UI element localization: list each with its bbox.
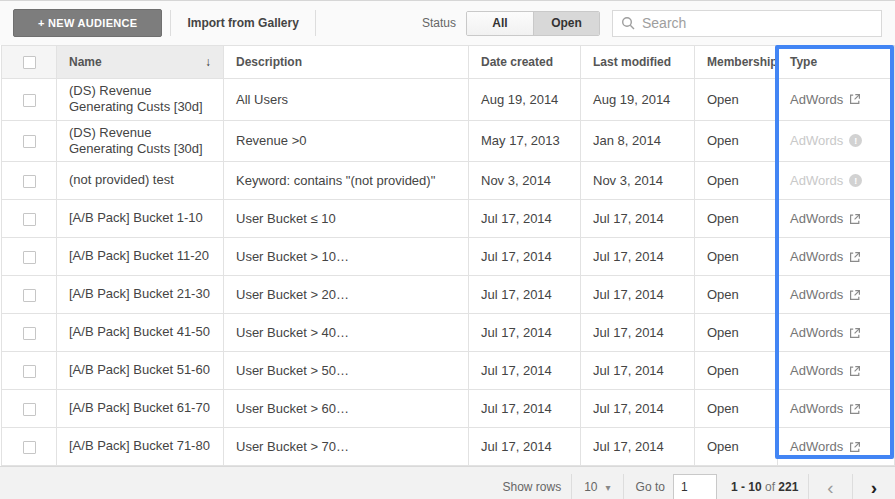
- row-checkbox[interactable]: [23, 251, 36, 264]
- select-all-checkbox[interactable]: [23, 56, 36, 69]
- row-checkbox[interactable]: [23, 289, 36, 302]
- membership-status: Open: [707, 249, 739, 264]
- adwords-type-link[interactable]: AdWords !: [790, 325, 861, 340]
- date-created: Jul 17, 2014: [481, 287, 552, 302]
- audience-description: Revenue >0: [236, 133, 306, 148]
- last-modified: Jul 17, 2014: [593, 325, 664, 340]
- audience-name: (DS) Revenue Generating Custs [30d]: [69, 125, 211, 158]
- adwords-type-link[interactable]: AdWords !: [790, 92, 861, 107]
- adwords-type-link[interactable]: AdWords !: [790, 287, 861, 302]
- row-checkbox-cell: [2, 352, 57, 390]
- import-from-gallery-button[interactable]: Import from Gallery: [187, 16, 298, 30]
- adwords-type-link[interactable]: AdWords !: [790, 211, 861, 226]
- membership-cell: Open: [695, 314, 778, 352]
- external-link-icon: [849, 93, 861, 105]
- info-icon[interactable]: !: [849, 134, 862, 147]
- row-checkbox[interactable]: [23, 441, 36, 454]
- row-checkbox[interactable]: [23, 327, 36, 340]
- audience-type-cell: AdWords !: [778, 120, 895, 162]
- audience-name: [A/B Pack] Bucket 71-80: [69, 438, 211, 454]
- last-modified-cell: Jul 17, 2014: [581, 428, 695, 466]
- pagination-footer: Show rows 10 ▾ Go to 1 - 10 of 221 ‹ ›: [0, 466, 895, 499]
- next-page-button[interactable]: ›: [863, 478, 885, 497]
- row-checkbox-cell: [2, 314, 57, 352]
- column-header-membership[interactable]: Membership: [695, 46, 778, 79]
- column-header-name[interactable]: Name ↓: [57, 46, 224, 79]
- audience-name-cell: [A/B Pack] Bucket 11-20: [57, 238, 224, 276]
- audience-description: User Bucket > 10…: [236, 249, 349, 264]
- status-label: Status: [422, 16, 456, 30]
- table-row: [A/B Pack] Bucket 21-30 User Bucket > 20…: [2, 276, 895, 314]
- audience-name: (not provided) test: [69, 172, 211, 188]
- column-header-description[interactable]: Description: [224, 46, 469, 79]
- row-checkbox[interactable]: [23, 175, 36, 188]
- adwords-type-link[interactable]: AdWords !: [790, 401, 861, 416]
- audience-name-cell: (DS) Revenue Generating Custs [30d]: [57, 79, 224, 121]
- last-modified-cell: Jul 17, 2014: [581, 352, 695, 390]
- column-header-date-created[interactable]: Date created: [469, 46, 581, 79]
- row-checkbox[interactable]: [23, 213, 36, 226]
- audience-table-wrap: Name ↓ Description Date created Last mod…: [0, 45, 895, 466]
- column-header-type[interactable]: Type: [778, 46, 895, 79]
- audience-name-cell: [A/B Pack] Bucket 21-30: [57, 276, 224, 314]
- audience-description: User Bucket > 70…: [236, 439, 349, 454]
- audience-description-cell: User Bucket > 60…: [224, 390, 469, 428]
- status-open-button[interactable]: Open: [533, 12, 599, 35]
- search-box: [612, 10, 882, 37]
- audience-type-cell: AdWords !: [778, 200, 895, 238]
- column-header-last-modified[interactable]: Last modified: [581, 46, 695, 79]
- external-link-icon: [849, 251, 861, 263]
- audience-description-cell: User Bucket > 40…: [224, 314, 469, 352]
- previous-page-button[interactable]: ‹: [819, 478, 841, 497]
- rows-per-page-select[interactable]: 10 ▾: [582, 476, 612, 498]
- row-checkbox[interactable]: [23, 365, 36, 378]
- goto-page-input[interactable]: [673, 474, 717, 499]
- table-row: (DS) Revenue Generating Custs [30d] All …: [2, 79, 895, 121]
- date-created-cell: Jul 17, 2014: [469, 276, 581, 314]
- table-row: [A/B Pack] Bucket 1-10 User Bucket ≤ 10 …: [2, 200, 895, 238]
- row-checkbox[interactable]: [23, 94, 36, 107]
- new-audience-button[interactable]: + NEW AUDIENCE: [13, 9, 162, 37]
- audience-description-cell: All Users: [224, 79, 469, 121]
- audience-description-cell: User Bucket > 70…: [224, 428, 469, 466]
- table-row: [A/B Pack] Bucket 71-80 User Bucket > 70…: [2, 428, 895, 466]
- status-all-button[interactable]: All: [467, 12, 533, 35]
- info-icon[interactable]: !: [849, 174, 862, 187]
- row-checkbox[interactable]: [23, 403, 36, 416]
- adwords-type-link[interactable]: AdWords !: [790, 363, 861, 378]
- table-row: [A/B Pack] Bucket 51-60 User Bucket > 50…: [2, 352, 895, 390]
- date-created: Jul 17, 2014: [481, 211, 552, 226]
- audience-name: [A/B Pack] Bucket 41-50: [69, 324, 211, 340]
- table-header-row: Name ↓ Description Date created Last mod…: [2, 46, 895, 79]
- row-checkbox-cell: [2, 79, 57, 121]
- membership-cell: Open: [695, 162, 778, 200]
- last-modified-cell: Jul 17, 2014: [581, 238, 695, 276]
- rows-per-page-value: 10: [584, 480, 597, 494]
- external-link-icon: [849, 327, 861, 339]
- row-checkbox-cell: [2, 276, 57, 314]
- membership-status: Open: [707, 287, 739, 302]
- footer-divider: [623, 474, 624, 499]
- date-created-cell: Nov 3, 2014: [469, 162, 581, 200]
- status-toggle: All Open: [466, 11, 600, 36]
- row-checkbox-cell: [2, 390, 57, 428]
- audience-type-cell: AdWords !: [778, 390, 895, 428]
- membership-status: Open: [707, 133, 739, 148]
- date-created: Jul 17, 2014: [481, 401, 552, 416]
- page-range-text: 1 - 10: [731, 480, 762, 494]
- membership-cell: Open: [695, 238, 778, 276]
- membership-cell: Open: [695, 79, 778, 121]
- search-input[interactable]: [642, 15, 873, 31]
- row-checkbox-cell: [2, 200, 57, 238]
- sort-descending-icon: ↓: [205, 55, 211, 69]
- audience-description: User Bucket > 60…: [236, 401, 349, 416]
- table-body: (DS) Revenue Generating Custs [30d] All …: [2, 79, 895, 466]
- membership-cell: Open: [695, 276, 778, 314]
- last-modified-cell: Jul 17, 2014: [581, 314, 695, 352]
- date-created-cell: Jul 17, 2014: [469, 200, 581, 238]
- date-created: Jul 17, 2014: [481, 325, 552, 340]
- audience-type-label: AdWords: [790, 325, 843, 340]
- adwords-type-link[interactable]: AdWords !: [790, 249, 861, 264]
- row-checkbox[interactable]: [23, 135, 36, 148]
- adwords-type-link[interactable]: AdWords !: [790, 439, 861, 454]
